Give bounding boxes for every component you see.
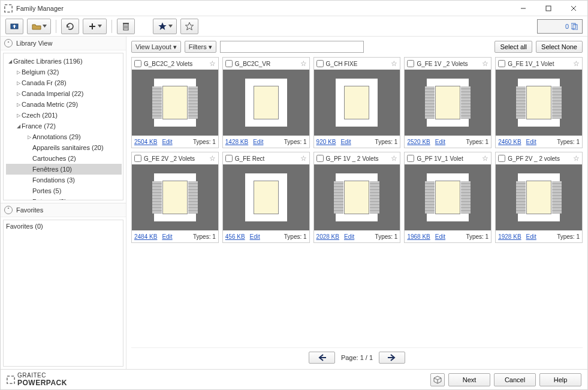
favorite-star-icon[interactable]: ☆ (300, 154, 307, 163)
card-edit-link[interactable]: Edit (526, 233, 536, 240)
next-page-button[interactable] (379, 352, 405, 364)
card-size-link[interactable]: 2028 KB (316, 233, 339, 240)
card-checkbox[interactable] (407, 60, 414, 67)
chevron-right-icon: ▷ (16, 102, 22, 107)
view-layout-dropdown[interactable]: View Layout▾ (131, 41, 181, 53)
card-edit-link[interactable]: Edit (162, 139, 172, 145)
favorites-list-item[interactable]: Favorites (0) (6, 223, 120, 230)
selection-counter[interactable]: 0 (537, 19, 583, 34)
tree-node[interactable]: ▷Belgium (32) (6, 67, 122, 77)
tree-node[interactable]: ▷Annotations (29) (6, 131, 122, 142)
tree-node[interactable]: ▷Canada Metric (29) (6, 99, 122, 110)
card-edit-link[interactable]: Edit (253, 139, 263, 145)
add-button[interactable] (83, 19, 107, 34)
maximize-button[interactable] (536, 1, 561, 16)
card-types: Types: 1 (375, 233, 398, 240)
favorite-star-icon[interactable]: ☆ (482, 154, 489, 163)
card-size-link[interactable]: 2520 KB (407, 139, 430, 145)
family-card[interactable]: G_CH FIXE ☆ 920 KB Edit Types: 1 (313, 57, 401, 148)
next-button[interactable]: Next (448, 373, 490, 386)
card-edit-link[interactable]: Edit (435, 233, 445, 240)
close-button[interactable] (561, 1, 586, 16)
favorite-star-icon[interactable]: ☆ (300, 59, 307, 68)
card-edit-link[interactable]: Edit (435, 139, 445, 145)
tree-node[interactable]: Poteaux (2) (6, 196, 122, 200)
tree-node[interactable]: ◢Graitec Libraries (1196) (6, 56, 122, 67)
tree-node[interactable]: Portes (5) (6, 185, 122, 196)
tree-node[interactable]: Fenêtres (10) (6, 164, 122, 175)
card-size-link[interactable]: 1928 KB (498, 233, 521, 240)
library-tree[interactable]: ◢Graitec Libraries (1196)▷Belgium (32)▷C… (3, 53, 123, 200)
favorite-star-icon[interactable]: ☆ (391, 59, 397, 68)
select-none-button[interactable]: Select None (536, 41, 583, 53)
family-card[interactable]: G_FE 1V_1 Volet ☆ 2460 KB Edit Types: 1 (495, 57, 583, 148)
family-card[interactable]: G_FE 2V _2 Volets ☆ 2484 KB Edit Types: … (131, 152, 219, 243)
favorite-star-icon[interactable]: ☆ (209, 154, 216, 163)
favorite-star-icon[interactable]: ☆ (391, 154, 397, 163)
minimize-button[interactable] (511, 1, 536, 16)
card-checkbox[interactable] (316, 60, 324, 67)
card-checkbox[interactable] (498, 60, 505, 67)
card-header: G_PF 2V _ 2 volets ☆ (496, 152, 582, 164)
favorite-star-icon[interactable]: ☆ (573, 59, 580, 68)
card-footer: 1928 KB Edit Types: 1 (496, 230, 582, 242)
tree-node[interactable]: Cartouches (2) (6, 153, 122, 164)
card-size-link[interactable]: 456 KB (225, 233, 245, 240)
family-card[interactable]: G_PF 1V _ 2 Volets ☆ 2028 KB Edit Types:… (313, 152, 401, 243)
help-button[interactable]: Help (539, 373, 581, 386)
card-checkbox[interactable] (134, 60, 141, 67)
family-card[interactable]: G_BC2C_VR ☆ 1428 KB Edit Types: 1 (222, 57, 310, 148)
tree-node[interactable]: Appareils sanitaires (20) (6, 142, 122, 153)
card-size-link[interactable]: 2504 KB (134, 139, 157, 145)
card-edit-link[interactable]: Edit (526, 139, 536, 145)
prev-page-button[interactable] (309, 352, 335, 364)
favorite-outline-button[interactable] (180, 19, 198, 34)
card-edit-link[interactable]: Edit (344, 233, 354, 240)
favorite-filled-button[interactable] (153, 19, 177, 34)
family-card[interactable]: G_FE 1V _2 Volets ☆ 2520 KB Edit Types: … (404, 57, 491, 148)
card-edit-link[interactable]: Edit (162, 233, 172, 240)
card-size-link[interactable]: 920 KB (316, 139, 336, 145)
family-card[interactable]: G_PF 2V _ 2 volets ☆ 1928 KB Edit Types:… (495, 152, 583, 243)
library-view-header[interactable]: ˄ Library View (1, 37, 126, 50)
favorites-list[interactable]: Favorites (0) (3, 220, 123, 367)
card-size-link[interactable]: 2484 KB (134, 233, 157, 240)
delete-button[interactable] (117, 19, 135, 34)
family-card[interactable]: G_PF 1V_1 Volet ☆ 1968 KB Edit Types: 1 (404, 152, 491, 243)
favorites-header[interactable]: ˄ Favorites (1, 203, 126, 217)
card-checkbox[interactable] (134, 155, 141, 162)
card-size-link[interactable]: 1968 KB (407, 233, 430, 240)
separator (56, 20, 56, 33)
filters-dropdown[interactable]: Filters▾ (185, 41, 216, 53)
refresh-button[interactable] (61, 19, 79, 34)
cancel-button[interactable]: Cancel (494, 373, 536, 386)
favorite-star-icon[interactable]: ☆ (482, 59, 489, 68)
card-checkbox[interactable] (316, 155, 324, 162)
open-folder-button[interactable] (27, 19, 51, 34)
search-input[interactable] (220, 41, 364, 53)
family-card[interactable]: G_FE Rect ☆ 456 KB Edit Types: 1 (222, 152, 310, 243)
favorite-star-icon[interactable]: ☆ (209, 59, 216, 68)
card-size-link[interactable]: 2460 KB (498, 139, 521, 145)
tree-node[interactable]: Fondations (3) (6, 175, 122, 185)
card-edit-link[interactable]: Edit (340, 139, 351, 145)
tree-node[interactable]: ▷Canada Imperial (22) (6, 88, 122, 99)
card-checkbox[interactable] (498, 155, 505, 162)
chevron-right-icon: ▷ (26, 134, 32, 140)
card-checkbox[interactable] (225, 155, 233, 162)
tree-node[interactable]: ▷Canada Fr (28) (6, 77, 122, 88)
card-checkbox[interactable] (225, 60, 233, 67)
card-size-link[interactable]: 1428 KB (225, 139, 248, 145)
card-edit-link[interactable]: Edit (250, 233, 260, 240)
card-header: G_BC2C_VR ☆ (223, 58, 309, 70)
select-all-button[interactable]: Select all (494, 41, 532, 53)
tree-node[interactable]: ◢France (72) (6, 121, 122, 131)
load-button[interactable] (5, 19, 23, 34)
tree-node[interactable]: ▷Czech (201) (6, 110, 122, 121)
chevron-right-icon: ▷ (16, 70, 22, 75)
card-checkbox[interactable] (407, 155, 414, 162)
package-button[interactable] (430, 373, 445, 386)
card-thumbnail (496, 164, 582, 230)
favorite-star-icon[interactable]: ☆ (573, 154, 580, 163)
family-card[interactable]: G_BC2C_2 Volets ☆ 2504 KB Edit Types: 1 (131, 57, 219, 148)
